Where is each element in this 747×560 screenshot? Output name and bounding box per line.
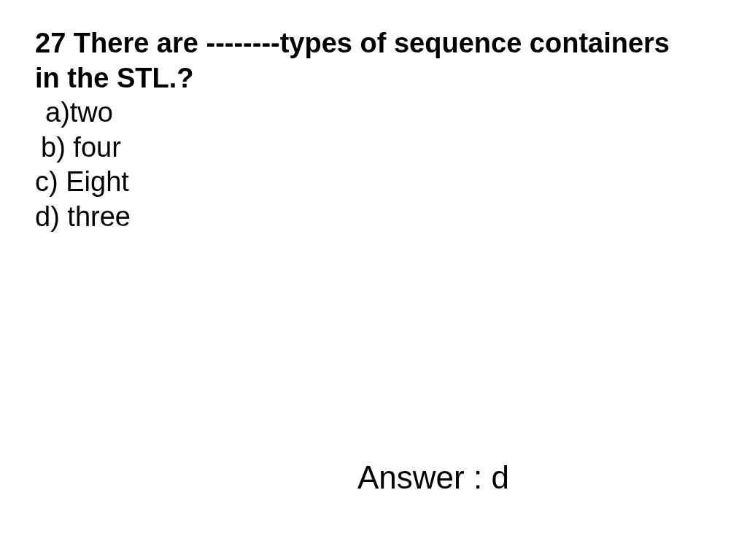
option-a: a)two [35, 96, 718, 131]
question-text: 27 There are --------types of sequence c… [35, 26, 718, 96]
slide: 27 There are --------types of sequence c… [0, 0, 747, 560]
answer-label: Answer : d [357, 459, 509, 496]
question-line-2: in the STL.? [35, 63, 193, 93]
question-block: 27 There are --------types of sequence c… [35, 26, 718, 234]
option-d: d) three [35, 200, 718, 235]
options-list: a)two b) four c) Eight d) three [35, 96, 718, 234]
question-line-1: 27 There are --------types of sequence c… [35, 28, 670, 58]
option-b: b) four [35, 131, 718, 166]
option-c: c) Eight [35, 165, 718, 200]
